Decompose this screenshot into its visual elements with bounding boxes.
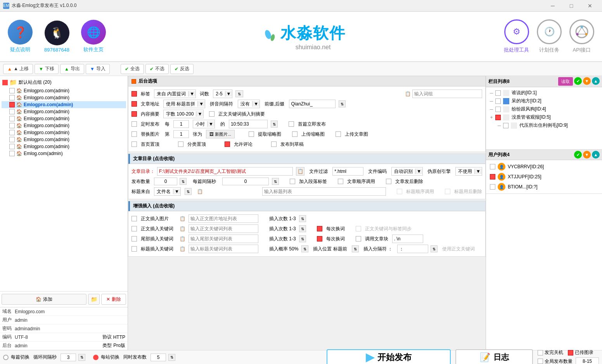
title-kw-checkbox[interactable] xyxy=(131,246,137,252)
publish-count-input[interactable] xyxy=(154,178,177,185)
prefix-scroll[interactable]: ⇅ xyxy=(339,100,346,107)
replace-img-checkbox[interactable] xyxy=(131,131,137,137)
user-item-3[interactable]: 👤 BTIOM...[ID:?] xyxy=(488,182,600,192)
site-item-5[interactable]: 🏠 Emlogpro.com(admin) xyxy=(2,115,126,122)
site-checkbox-6[interactable] xyxy=(9,123,15,128)
col-checkbox-4[interactable] xyxy=(495,115,501,120)
col-item-5[interactable]: ─ 代压所出住利例毛[ID:9] xyxy=(488,121,600,129)
footer-count-scroll[interactable]: ⇅ xyxy=(299,235,306,242)
summary-checkbox[interactable] xyxy=(131,111,137,117)
site-item-6[interactable]: 🏠 Emlogpro.com(admin) xyxy=(2,122,126,129)
site-checkbox-4[interactable] xyxy=(9,109,15,114)
col-action-teal[interactable]: ▲ xyxy=(592,77,600,85)
site-item-4[interactable]: 🏠 Emlogpro.com(admin) xyxy=(2,108,126,115)
path-input[interactable] xyxy=(157,167,293,176)
article-dir-header[interactable]: 文章目录 (点击收缩) xyxy=(128,154,485,164)
site-item-9[interactable]: 🏠 Emlogpro.com(admin) xyxy=(2,143,126,150)
site-group-header[interactable]: 📁 默认站点组 (20) xyxy=(2,78,126,87)
replace-word-checkbox2[interactable] xyxy=(317,236,322,242)
select-all-button[interactable]: ✔ 全选 xyxy=(121,64,144,74)
sched-scroll[interactable]: ⇅ xyxy=(271,121,278,128)
user-action-orange[interactable]: ▼ xyxy=(583,151,591,159)
image-upload-checkbox[interactable] xyxy=(568,350,573,355)
global-count-checkbox[interactable] xyxy=(538,359,543,364)
replace-num-input[interactable] xyxy=(173,130,189,138)
pos-scroll[interactable]: ⇅ xyxy=(352,245,359,252)
user-item-2[interactable]: 👤 XTJJUPF[ID:25] xyxy=(488,172,600,182)
sched-num-input[interactable] xyxy=(173,120,189,128)
user-action-teal[interactable]: ▲ xyxy=(592,151,600,159)
pinyin-dropdown[interactable]: ▼ xyxy=(252,101,259,107)
folder-manage-button[interactable]: 📁 xyxy=(88,294,100,305)
category-top-checkbox[interactable] xyxy=(178,141,183,147)
kw-list-input[interactable] xyxy=(189,224,258,233)
title-order-checkbox[interactable] xyxy=(397,189,402,194)
site-checkbox-3[interactable] xyxy=(9,102,15,107)
pub-count-scroll[interactable]: ⇅ xyxy=(180,178,187,185)
address-checkbox[interactable] xyxy=(131,101,137,107)
user-item-1[interactable]: 👤 VYCBRRV[ID:26] xyxy=(488,162,600,172)
help-icon-group[interactable]: ❓ 疑点说明 xyxy=(8,20,33,53)
site-item-3[interactable]: 🏠 Emlogpro.com(admin) xyxy=(2,101,126,108)
site-checkbox-2[interactable] xyxy=(9,95,15,100)
loop-interval-input[interactable] xyxy=(61,354,76,361)
site-item-7[interactable]: 🏠 Emlogpro.com(admin) xyxy=(2,129,126,136)
kw-count-scroll[interactable]: ⇅ xyxy=(299,225,306,232)
minimize-button[interactable]: ─ xyxy=(544,0,562,12)
user-checkbox-3[interactable] xyxy=(490,184,495,190)
site-checkbox-8[interactable] xyxy=(9,137,15,142)
sep-scroll[interactable]: ⇅ xyxy=(431,245,438,252)
footer-kw-checkbox[interactable] xyxy=(131,236,137,242)
first-publish-checkbox[interactable] xyxy=(289,121,294,127)
title-delete-after-checkbox[interactable] xyxy=(445,189,450,194)
delete-site-button[interactable]: ✕ 删除 xyxy=(101,294,126,305)
api-tool[interactable]: API接口 xyxy=(569,19,594,53)
site-checkbox-10[interactable] xyxy=(9,151,15,156)
batch-tool[interactable]: ⚙ 批处理工具 xyxy=(504,19,529,53)
sched-unit-dropdown[interactable]: ▼ xyxy=(207,121,215,127)
start-publish-button[interactable]: ▶ 开始发布 xyxy=(327,349,451,364)
img-list-input[interactable] xyxy=(189,214,258,223)
input-group-field[interactable] xyxy=(412,90,482,98)
import-button[interactable]: ▼ 导入 xyxy=(86,64,110,74)
site-checkbox-9[interactable] xyxy=(9,144,15,149)
site-item-8[interactable]: 🏠 Emlogpro.com(admin) xyxy=(2,136,126,143)
col-checkbox-1[interactable] xyxy=(495,90,501,96)
interval-scroll[interactable]: ⇅ xyxy=(272,178,279,185)
upload-thumb-checkbox[interactable] xyxy=(292,131,298,137)
new-image-button[interactable]: 🖼 新图片... xyxy=(206,130,235,138)
title-kw-input[interactable] xyxy=(189,245,258,253)
title-source-dropdown[interactable]: ▼ xyxy=(173,189,180,194)
insert-keyword-checkbox[interactable] xyxy=(209,111,215,117)
move-up-button[interactable]: ▲ ▲ 上移 xyxy=(3,64,33,74)
filter-input[interactable] xyxy=(332,167,363,176)
col-item-3[interactable]: ─ 纷纷跟风狗[ID:4] xyxy=(488,105,600,113)
site-switch-radio[interactable] xyxy=(93,355,99,360)
schedule-tool[interactable]: 🕐 计划任务 xyxy=(537,19,562,53)
address-dropdown[interactable]: ▼ xyxy=(197,101,205,107)
col-item-1[interactable]: ─ 谁说的[ID:1] xyxy=(488,89,600,97)
site-item-2[interactable]: 🏠 Emlogpro.com(admin) xyxy=(2,94,126,101)
pseudo-dropdown[interactable]: ▼ xyxy=(474,169,482,174)
simul-scroll[interactable]: ⇅ xyxy=(168,354,175,361)
publish-draft-checkbox[interactable] xyxy=(271,141,277,147)
col-checkbox-2[interactable] xyxy=(495,98,501,104)
insert-kw-checkbox[interactable] xyxy=(131,226,137,231)
enhanced-insert-header[interactable]: 增强插入 (点击收缩) xyxy=(128,201,485,211)
site-checkbox-7[interactable] xyxy=(9,130,15,135)
article-order-checkbox[interactable] xyxy=(338,179,343,184)
col-action-orange[interactable]: ▼ xyxy=(583,77,591,85)
word-count-scroll[interactable]: ⇅ xyxy=(235,90,243,97)
homepage-top-checkbox[interactable] xyxy=(131,141,137,147)
sep-input[interactable] xyxy=(397,245,428,253)
summary-count-dropdown[interactable]: ▼ xyxy=(196,111,203,117)
sched-checkbox[interactable] xyxy=(131,121,137,127)
site-checkbox-5[interactable] xyxy=(9,116,15,121)
col-checkbox-3[interactable] xyxy=(495,107,501,112)
col-action-green[interactable]: ✔ xyxy=(574,77,582,85)
col-item-2[interactable]: ─ 呆的地方[ID:2] xyxy=(488,97,600,105)
deselect-button[interactable]: ✔ 不选 xyxy=(145,64,169,74)
path-browse-icon[interactable]: 📋 xyxy=(296,167,304,176)
export-button[interactable]: ▲ 导出 xyxy=(60,64,84,74)
global-count-input[interactable] xyxy=(576,357,599,364)
